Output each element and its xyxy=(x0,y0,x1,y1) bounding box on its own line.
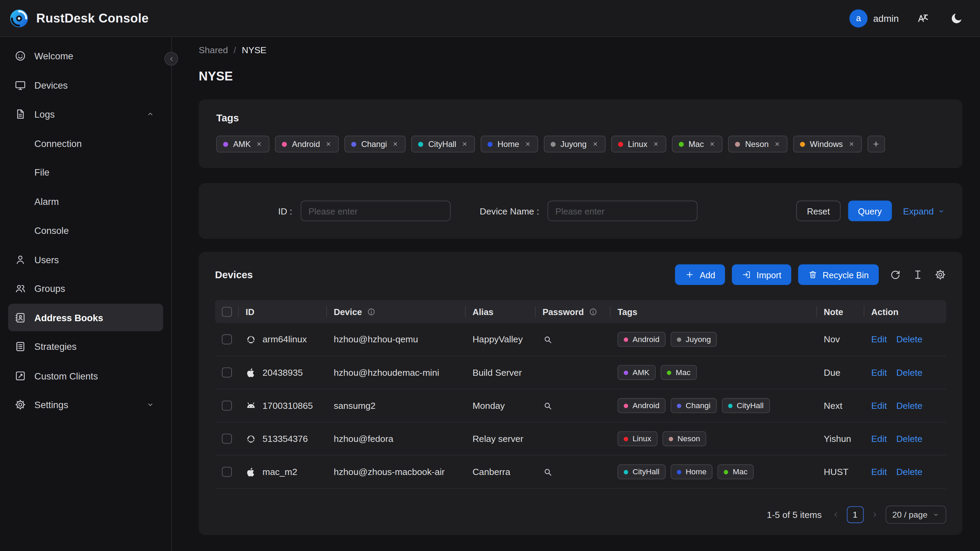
user-avatar[interactable]: a xyxy=(850,9,867,27)
view-password-icon[interactable] xyxy=(542,400,553,411)
pagination-summary: 1-5 of 5 items xyxy=(767,510,822,520)
add-button[interactable]: Add xyxy=(675,264,725,285)
remove-tag-icon[interactable] xyxy=(461,140,468,147)
view-password-icon[interactable] xyxy=(542,467,553,477)
refresh-icon[interactable] xyxy=(889,269,901,280)
sidebar-item-devices[interactable]: Devices xyxy=(8,71,163,99)
tag-chip-amk[interactable]: AMK xyxy=(216,136,269,153)
tag-chip-mac[interactable]: Mac xyxy=(672,136,722,153)
delete-link[interactable]: Delete xyxy=(896,401,923,411)
filter-card: ID : Device Name : Reset Query Expand xyxy=(199,183,963,239)
delete-link[interactable]: Delete xyxy=(896,467,923,477)
sidebar-item-strategies[interactable]: Strategies xyxy=(8,333,163,360)
next-page-icon[interactable] xyxy=(870,510,879,519)
devices-card: Devices Add Import Recycle Bin xyxy=(199,252,963,535)
device-name-label: Device Name : xyxy=(480,206,539,216)
remove-tag-icon[interactable] xyxy=(774,140,781,147)
tag-chip-juyong[interactable]: Juyong xyxy=(544,136,605,153)
page-size-value: 20 / page xyxy=(892,510,928,519)
expand-link[interactable]: Expand xyxy=(903,206,945,216)
column-header-action: Action xyxy=(864,300,946,323)
delete-link[interactable]: Delete xyxy=(896,334,923,344)
sidebar-item-settings[interactable]: Settings xyxy=(8,391,163,418)
language-icon[interactable] xyxy=(916,11,929,25)
delete-link[interactable]: Delete xyxy=(896,434,923,444)
device-note: Due xyxy=(824,368,840,377)
edit-link[interactable]: Edit xyxy=(871,434,887,444)
current-page-button[interactable]: 1 xyxy=(847,506,863,523)
sidebar-item-groups[interactable]: Groups xyxy=(8,275,163,303)
tag-color-dot xyxy=(351,142,356,147)
tag-label: Changi xyxy=(686,401,711,410)
sidebar-item-alarm[interactable]: Alarm xyxy=(8,188,163,215)
row-checkbox[interactable] xyxy=(222,401,232,411)
edit-link[interactable]: Edit xyxy=(871,334,887,344)
tag-chip-windows[interactable]: Windows xyxy=(793,136,862,153)
note-cell: Yishun xyxy=(817,422,864,455)
edit-link[interactable]: Edit xyxy=(871,368,887,377)
reset-button[interactable]: Reset xyxy=(796,201,840,221)
device-name-input[interactable] xyxy=(547,201,697,221)
remove-tag-icon[interactable] xyxy=(709,140,716,147)
row-checkbox[interactable] xyxy=(222,368,232,377)
prev-page-icon[interactable] xyxy=(832,510,840,519)
remove-tag-icon[interactable] xyxy=(524,140,531,147)
edit-link[interactable]: Edit xyxy=(871,401,887,411)
tag-color-dot xyxy=(728,403,732,408)
table-settings-gear-icon[interactable] xyxy=(934,269,946,280)
query-button[interactable]: Query xyxy=(848,201,892,221)
row-tag-home: Home xyxy=(671,464,713,479)
tag-color-dot xyxy=(800,142,805,147)
import-button[interactable]: Import xyxy=(732,264,791,285)
filter-row: ID : Device Name : Reset Query Expand xyxy=(216,201,945,221)
remove-tag-icon[interactable] xyxy=(592,140,598,147)
page-size-select[interactable]: 20 / page xyxy=(886,506,946,524)
remove-tag-icon[interactable] xyxy=(256,140,262,147)
tag-chip-home[interactable]: Home xyxy=(480,136,538,153)
id-cell: 20438935 xyxy=(239,356,327,389)
row-checkbox[interactable] xyxy=(222,467,232,477)
tag-chip-changi[interactable]: Changi xyxy=(344,136,406,153)
sidebar-item-users[interactable]: Users xyxy=(8,245,163,273)
row-height-icon[interactable] xyxy=(912,269,924,280)
sidebar-collapse-button[interactable] xyxy=(164,52,178,65)
select-all-checkbox[interactable] xyxy=(222,307,232,317)
tag-chip-linux[interactable]: Linux xyxy=(611,136,666,153)
gear-icon xyxy=(14,398,26,411)
tag-chip-neson[interactable]: Neson xyxy=(729,136,788,153)
remove-tag-icon[interactable] xyxy=(325,140,332,147)
id-cell: arm64linux xyxy=(239,323,327,356)
sidebar-item-connection[interactable]: Connection xyxy=(8,129,163,157)
recycle-bin-button[interactable]: Recycle Bin xyxy=(798,264,879,285)
sidebar-item-logs[interactable]: Logs xyxy=(8,100,163,128)
alias-cell: Canberra xyxy=(466,455,536,488)
user-name[interactable]: admin xyxy=(873,13,899,24)
sidebar-item-custom-clients[interactable]: Custom Clients xyxy=(8,362,163,389)
sidebar-item-address-books[interactable]: Address Books xyxy=(8,304,163,331)
add-tag-button[interactable] xyxy=(867,136,885,153)
info-icon[interactable] xyxy=(589,307,598,316)
tags-cell: AMKMac xyxy=(611,356,817,389)
row-checkbox[interactable] xyxy=(222,334,232,344)
info-icon[interactable] xyxy=(367,307,376,316)
note-cell: HUST xyxy=(817,455,864,488)
delete-link[interactable]: Delete xyxy=(896,368,923,377)
note-cell: Nov xyxy=(817,323,864,356)
remove-tag-icon[interactable] xyxy=(848,140,854,147)
select-cell xyxy=(215,389,239,422)
device-name: hzhou@zhous-macbook-air xyxy=(334,467,445,477)
remove-tag-icon[interactable] xyxy=(652,140,659,147)
breadcrumb-shared[interactable]: Shared xyxy=(199,45,228,55)
device-name: hzhou@hzhoudemac-mini xyxy=(334,368,439,377)
sidebar-item-file[interactable]: File xyxy=(8,159,163,186)
theme-toggle-moon-icon[interactable] xyxy=(950,11,963,25)
tag-chip-cityhall[interactable]: CityHall xyxy=(411,136,475,153)
sidebar-item-console[interactable]: Console xyxy=(8,217,163,244)
remove-tag-icon[interactable] xyxy=(392,140,399,147)
tag-chip-android[interactable]: Android xyxy=(275,136,339,153)
view-password-icon[interactable] xyxy=(542,334,553,345)
edit-link[interactable]: Edit xyxy=(871,467,887,477)
id-input[interactable] xyxy=(301,201,450,221)
row-checkbox[interactable] xyxy=(222,434,232,444)
sidebar-item-welcome[interactable]: Welcome xyxy=(8,42,163,70)
